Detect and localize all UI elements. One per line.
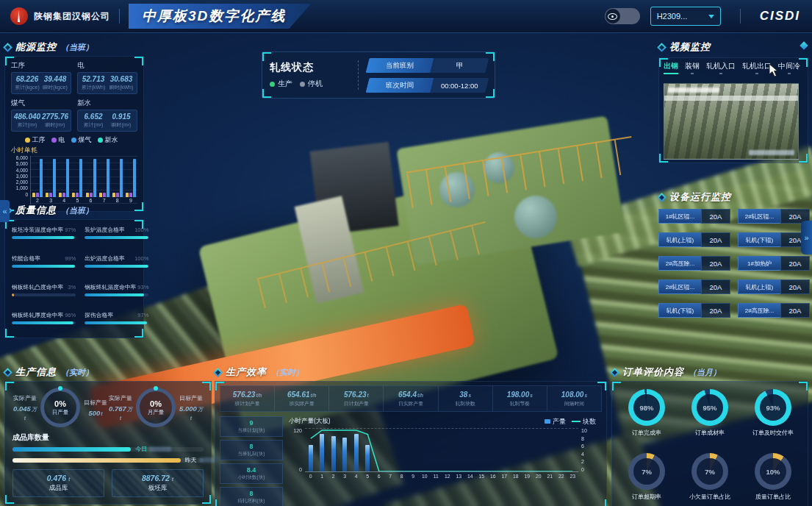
panel-title: 生产效率 [226,366,267,379]
equipment-chip: 2#轧区辊...20A [738,209,810,224]
order-kpi-donut: 95%订单成材率 [691,389,728,449]
energy-chart-title: 小时单耗 [11,146,137,155]
energy-metric: 煤气 486.040累计(m³) 2775.76瞬时(m³) [11,99,71,132]
hour-chart-line [305,429,578,471]
panel-order-evaluation: 订单评价内容 （当月） 98%订单完成率 95%订单成材率 93%订单及时交付率… [611,365,808,506]
panel-energy-monitor: 能源监控 （当班） 工序 68.226累计(kgce) 39.448瞬时(kgc… [4,40,144,212]
panel-title: 设备运行监控 [669,190,731,204]
progress-ring: 0%月产量 [136,388,176,427]
daily-output-gauge-group: 实际产量0.045万t 0%日产量 目标产量500t [12,388,108,427]
order-kpi-donut: 98%订单完成率 [628,389,665,449]
tab-camera-4[interactable]: 轧机出口 [742,61,772,74]
equipment-chip: 轧机(上辊)20A [738,279,810,294]
legend-stopped: 停机 [300,79,323,89]
visibility-toggle[interactable] [605,8,640,24]
company-logo-icon [10,7,28,25]
efficiency-metric: 576.23t/h班计划产量 [220,386,275,411]
quality-item: 钢板终轧温度命中率93% [85,283,148,307]
side-stat: 8当班轧制(块) [220,440,283,460]
chevron-down-icon [708,15,714,18]
hourly-consumption-chart: 6,0005,0004,0003,0002,0001,0000 23456789 [11,156,137,204]
efficiency-metric: 108.00s间隔时间 [547,386,601,411]
quality-item: 钢板终轧厚度命中率96% [12,311,76,335]
equipment-chip: 轧机(下辊)20A [738,232,810,247]
status-dot-gray [300,82,305,87]
hour-chart-x-axis: 01234567891011121314151617181920212223 [305,472,578,479]
stock-section-title: 成品库数量 [12,432,204,443]
equipment-chip: 2#轧区辊...20A [658,279,730,294]
panel-collapse-icon[interactable] [800,41,808,49]
left-panel-collapse-handle[interactable]: « [0,200,10,222]
panel-tag: （当班） [61,42,93,53]
top-bar: 陕钢集团汉钢公司 中厚板3D数字化产线 H2309... CISDI [0,0,812,33]
panel-tag: （实时） [271,367,303,378]
panel-production-efficiency: 生产效率 （实时） 576.23t/h班计划产量 654.61t/h班实际产量 … [215,365,607,506]
tab-camera-2[interactable]: 装钢 [685,61,700,74]
hour-chart-left-axis: 1200 [289,428,305,472]
panel-diamond-icon [657,43,667,52]
stock-card-finished: 0.476 t 成品库 [12,469,104,497]
side-stat: 8待轧坯料(块) [220,487,283,506]
energy-legend-item: 电 [51,135,65,144]
order-kpi-donut: 10%质量订单占比 [755,453,791,506]
panel-title: 订单评价内容 [622,366,684,379]
stock-card-slab: 8876.72 t 板坯库 [112,469,204,497]
shift-pill: 当前班别 甲 [366,58,489,73]
order-kpi-donut: 93%订单及时交付率 [752,389,794,449]
panel-diamond-icon [213,368,223,377]
efficiency-metric-row: 576.23t/h班计划产量 654.61t/h班实际产量 576.23t日计划… [220,385,602,412]
panel-tag: （当月） [689,367,721,378]
line-status-title: 轧线状态 [270,61,349,74]
hour-chart-legend: 产量块数 [545,417,602,427]
panel-tag: （当班） [61,205,93,216]
plate-id-select[interactable]: H2309... [650,7,721,26]
video-caption-overlay [749,150,794,155]
quality-item: 板坯冷装温度命中率97% [12,226,76,249]
order-kpi-donut: 7%订单超期率 [628,453,665,506]
panel-diamond-icon [3,368,12,377]
panel-line-status: 轧线状态 生产 停机 当前班别 甲 班次时间 00:00-12:00 [262,51,495,99]
energy-legend-item: 工序 [25,135,46,144]
vertical-divider [358,60,359,90]
cisdi-logo: CISDI [760,9,800,24]
company-name: 陕钢集团汉钢公司 [34,10,110,23]
progress-ring: 0%日产量 [40,388,80,427]
quality-item: 装炉温度合格率100% [85,226,148,249]
tab-camera-3[interactable]: 轧机入口 [706,61,736,74]
hourly-output-chart: 小时产量(大板) 产量块数 1200 1086420 0123456789101… [289,416,602,506]
efficiency-metric: 198.00s轧制节奏 [493,386,547,411]
panel-diamond-icon [657,193,667,202]
hour-chart-legend-item: 产量 [545,417,566,427]
equipment-chip: 1#加热炉20A [738,256,810,271]
stock-bar-yesterday: 昨天 [12,458,204,463]
energy-chart-legend: 工序电煤气新水 [11,135,137,144]
energy-metric: 电 52.713累计(kWh) 30.683瞬时(kWh) [77,61,137,94]
panel-tag: （实时） [61,367,93,378]
panel-equipment-monitor: 设备运行监控 1#轧区辊...20A 2#轧区辊...20A 轧机(上辊)20A… [658,190,810,318]
hour-chart-right-axis: 1086420 [578,428,594,472]
side-stat: 9当班计划(块) [220,416,283,437]
order-kpi-donut: 7%小欠量订单占比 [689,453,730,506]
side-stat: 8.4小时块数(块) [220,463,283,484]
energy-chart-y-axis: 6,0005,0004,0003,0002,0001,0000 [11,156,30,204]
shift-time-pill: 班次时间 00:00-12:00 [366,78,489,93]
efficiency-metric: 576.23t日计划产量 [329,386,384,411]
cctv-video-feed[interactable] [664,83,799,160]
tab-camera-1[interactable]: 出钢 [664,61,678,74]
plate-id-value: H2309... [657,12,688,21]
panel-quality-info: 质量信息 （当班） 板坯冷装温度命中率97% 装炉温度合格率100% 性能合格率… [4,203,144,338]
eye-icon [608,13,617,20]
energy-metric: 新水 6.652累计(m³) 0.915瞬时(m³) [77,99,137,132]
equipment-chip: 2#高压除...20A [658,256,730,271]
status-dot-green [270,82,275,87]
tab-camera-5[interactable]: 中间冷 [778,61,800,74]
efficiency-metric: 654.4t/h日实际产量 [384,386,438,411]
energy-metric: 工序 68.226累计(kgce) 39.448瞬时(kgce) [11,61,71,94]
equipment-chip: 2#高压除...20A [738,303,810,318]
equipment-chip: 轧机(上辊)20A [658,232,730,247]
efficiency-metric: 38s轧制块数 [439,386,493,411]
right-panel-collapse-handle[interactable]: » [801,221,812,254]
header-divider [740,9,741,24]
camera-tabs: 出钢 装钢 轧机入口 轧机出口 中间冷 电动辊 [664,61,803,79]
quality-item: 探伤合格率97% [85,311,148,335]
